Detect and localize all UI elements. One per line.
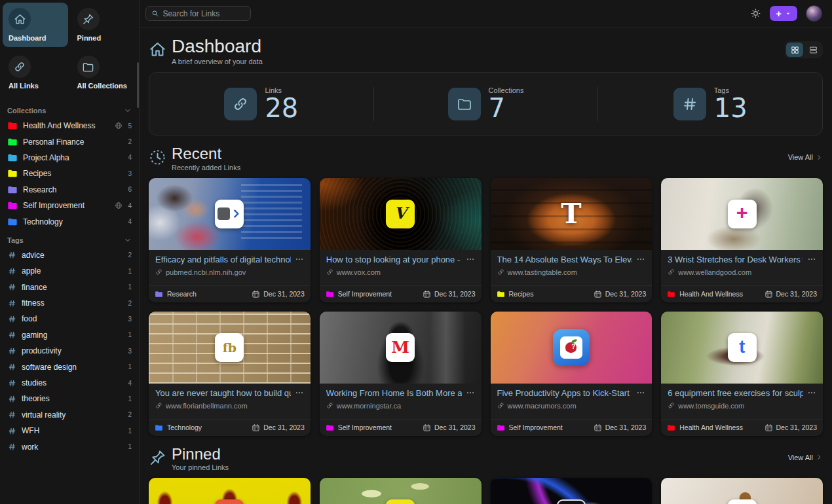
chevron-down-icon [124,236,132,244]
link-card[interactable]: Efficacy and pitfalls of digital technol… [149,178,311,302]
pinned-link-card[interactable] [320,478,482,504]
link-title: Efficacy and pitfalls of digital technol… [155,255,291,264]
folder-icon [82,61,94,73]
options-icon[interactable] [636,388,645,397]
options-icon[interactable] [807,255,816,264]
sidebar-collection-project-alpha[interactable]: Project Alpha 4 [3,150,136,166]
collection-name: Personal Finance [23,137,123,147]
sidebar-item-all-collections[interactable]: All Collections [71,50,137,95]
stat-value: 28 [265,94,298,122]
sidebar-collection-health-and-wellness[interactable]: Health And Wellness 5 [3,118,136,134]
sidebar-tag-apple[interactable]: apple1 [3,263,136,279]
sidebar-tag-work[interactable]: work1 [3,439,136,454]
add-new-button[interactable]: + [770,6,797,21]
link-url: www.morningstar.ca [337,402,401,410]
sidebar-tag-fitness[interactable]: fitness2 [3,295,136,311]
collection-name: Self Improvement [23,201,109,210]
link-card[interactable]: Five Productivity Apps to Kick-Start the… [491,312,652,436]
sidebar-tag-wfh[interactable]: WFH1 [3,423,136,439]
hash-icon [7,427,16,435]
grid-view-button[interactable] [786,43,803,57]
pinned-link-card[interactable] [661,478,823,504]
sidebar-collection-research[interactable]: Research 6 [3,182,136,198]
options-icon[interactable] [807,388,816,397]
link-card[interactable]: t 6 equipment free exercises for sculpti… [661,312,823,436]
sidebar-nav: Dashboard Pinned All Links All Collectio… [3,3,136,100]
hash-icon [7,299,16,308]
hash-icon [7,442,16,451]
collection-count: 3 [128,170,132,177]
folder-icon [667,423,675,432]
list-view-button[interactable] [804,43,822,57]
sidebar-scrollbar[interactable] [137,62,139,108]
search-input[interactable] [162,9,245,18]
sidebar-collection-technology[interactable]: Technology 4 [3,213,136,229]
folder-icon [7,137,18,147]
sidebar-tag-finance[interactable]: finance1 [3,279,136,295]
hash-icon [7,395,16,403]
options-icon[interactable] [636,255,645,264]
options-icon[interactable] [295,255,304,264]
page-title: Dashboard [172,36,263,57]
pinned-link-card[interactable] [149,478,311,504]
collection-count: 4 [128,218,132,225]
sidebar-item-pinned[interactable]: Pinned [71,3,137,47]
link-title: 3 Wrist Stretches for Desk Workers to D.… [668,255,803,264]
sidebar-collection-personal-finance[interactable]: Personal Finance 2 [3,134,136,149]
link-card[interactable]: T The 14 Absolute Best Ways To Elevate F… [491,178,652,302]
tomsguide-logo: t [728,333,757,362]
tag-name: virtual reality [22,410,123,420]
search-box[interactable] [145,6,251,21]
options-icon[interactable] [466,388,475,397]
avatar[interactable] [806,5,822,22]
link-card-footer: Technology Dec 31, 2023 [149,419,311,436]
nav-label: Pinned [77,34,131,42]
tag-count: 2 [128,300,132,307]
tag-count: 1 [128,363,132,370]
view-toggle [785,41,823,58]
recent-view-all-link[interactable]: View All [788,153,823,161]
sidebar-item-all-links[interactable]: All Links [3,50,68,95]
sidebar-tag-gaming[interactable]: gaming1 [3,327,136,343]
link-title: How to stop looking at your phone - Vox [326,255,462,264]
sidebar-tag-virtual-reality[interactable]: virtual reality2 [3,407,136,423]
tags-section-header[interactable]: Tags [3,230,136,247]
sidebar-collection-recipes[interactable]: Recipes 3 [3,166,136,181]
tag-name: work [22,442,123,452]
link-card[interactable]: fb You are never taught how to build qua… [149,312,311,436]
plus-icon: + [776,9,782,18]
sidebar-tag-studies[interactable]: studies4 [3,375,136,391]
sidebar-item-dashboard[interactable]: Dashboard [3,3,68,47]
theme-toggle-sun-icon[interactable] [750,8,761,19]
sidebar-tag-productivity[interactable]: productivity3 [3,343,136,359]
collection-name: Project Alpha [23,153,123,162]
link-card[interactable]: + 3 Wrist Stretches for Desk Workers to … [661,178,823,302]
sidebar-tag-advice[interactable]: advice2 [3,247,136,263]
collection-count: 4 [128,154,132,161]
sidebar-collection-self-improvement[interactable]: Self Improvement 4 [3,198,136,213]
nav-label: Dashboard [9,34,62,42]
options-icon[interactable] [295,388,304,397]
link-card[interactable]: V How to stop looking at your phone - Vo… [320,178,482,302]
calendar-icon [252,423,260,432]
sidebar-tag-food[interactable]: food3 [3,311,136,327]
home-icon [14,13,26,26]
link-url: www.macrumors.com [508,402,577,410]
calendar-icon [423,423,431,432]
collections-section-header[interactable]: Collections [3,100,136,118]
chevron-right-icon [816,454,823,461]
sidebar-tag-software-design[interactable]: software design1 [3,359,136,374]
pinned-link-card[interactable] [491,478,652,504]
topbar: + [140,0,832,27]
link-url: www.florianbellmann.com [166,402,248,410]
sidebar-tag-theories[interactable]: theories1 [3,391,136,406]
tag-count: 4 [128,380,132,387]
pinned-view-all-link[interactable]: View All [788,454,823,461]
link-card[interactable]: M Working From Home Is Both More and L..… [320,312,482,436]
tag-count: 2 [128,251,132,259]
caret-down-icon [785,10,791,17]
apple-icon [565,342,577,353]
tag-name: fitness [22,298,123,308]
options-icon[interactable] [466,255,475,264]
link-icon [224,88,257,120]
